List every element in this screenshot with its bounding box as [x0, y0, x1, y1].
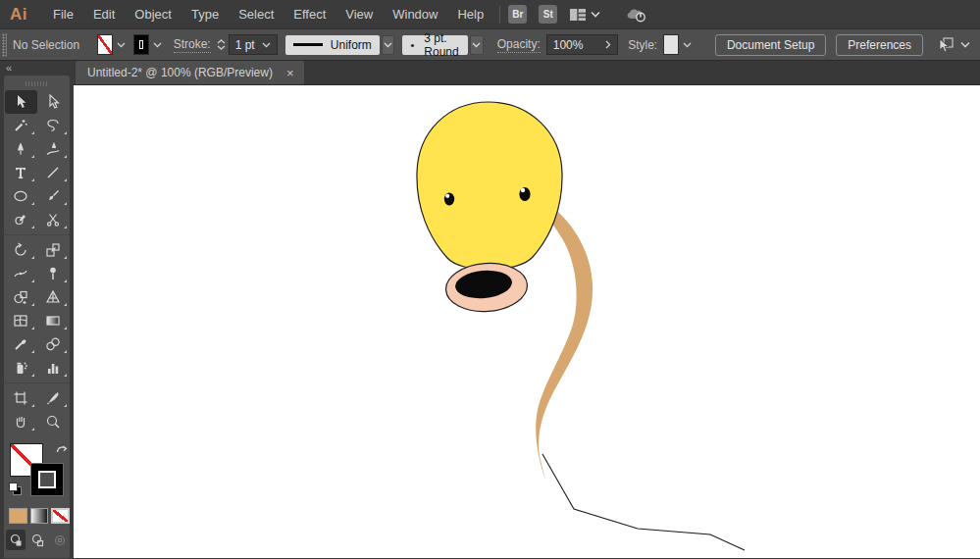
eyedropper-tool[interactable] — [5, 332, 37, 356]
fill-color-chevron-icon[interactable] — [117, 42, 126, 48]
shaper-tool[interactable] — [5, 208, 37, 231]
menu-type[interactable]: Type — [181, 2, 229, 26]
opacity-field[interactable]: 100% — [546, 34, 618, 55]
style-label: Style: — [628, 38, 657, 52]
rotate-tool[interactable] — [5, 238, 37, 262]
gpu-performance-icon — [626, 6, 649, 24]
artwork — [74, 85, 980, 558]
main-menu: File Edit Object Type Select Effect View… — [43, 2, 493, 26]
style-swatch[interactable] — [663, 34, 679, 55]
tool-options-button[interactable] — [935, 36, 970, 54]
magic-wand-tool[interactable] — [5, 114, 37, 137]
preferences-button[interactable]: Preferences — [836, 34, 923, 56]
puppet-warp-tool[interactable] — [37, 262, 70, 285]
shape-builder-tool[interactable] — [5, 285, 37, 309]
none-button[interactable] — [51, 508, 70, 524]
paintbrush-tool[interactable] — [37, 184, 70, 208]
menu-select[interactable]: Select — [229, 2, 284, 26]
draw-inside-icon — [50, 530, 70, 550]
arrange-documents-icon — [569, 8, 587, 22]
stock-button[interactable]: St — [539, 5, 557, 24]
width-profile-chevron-icon[interactable] — [382, 35, 395, 55]
curvature-tool[interactable] — [37, 137, 70, 161]
menu-bar: Ai File Edit Object Type Select Effect V… — [0, 0, 980, 29]
fill-color-swatch[interactable] — [97, 34, 113, 55]
stroke-color-chevron-icon[interactable] — [153, 42, 162, 48]
stroke-swatch[interactable] — [30, 463, 64, 496]
hand-tool[interactable] — [5, 410, 37, 433]
close-icon[interactable]: × — [286, 67, 294, 79]
fill-stroke-cluster — [4, 443, 70, 506]
menu-effect[interactable]: Effect — [284, 2, 335, 26]
creature-left-eye[interactable] — [444, 193, 454, 206]
gpu-performance-button[interactable] — [626, 6, 649, 24]
tools-panel: « — [0, 61, 74, 558]
stroke-weight-field[interactable]: 1 pt — [229, 34, 278, 55]
column-graph-tool[interactable] — [37, 356, 70, 380]
swap-fill-stroke-icon[interactable] — [55, 444, 69, 457]
draw-normal-icon[interactable] — [6, 530, 26, 550]
draw-behind-icon[interactable] — [27, 530, 47, 550]
symbol-sprayer-tool[interactable] — [5, 356, 37, 380]
brush-definition-chevron-icon[interactable] — [470, 35, 484, 55]
creature-head[interactable] — [417, 102, 562, 270]
document-tab[interactable]: Untitled-2* @ 100% (RGB/Preview) × — [76, 61, 304, 84]
menu-object[interactable]: Object — [125, 2, 181, 26]
tools-panel-grip[interactable] — [26, 81, 49, 86]
chevron-down-icon — [960, 41, 970, 48]
stroke-weight-stepper[interactable] — [217, 39, 226, 50]
artboard-tool[interactable] — [5, 386, 37, 410]
menubar-divider — [499, 6, 500, 24]
tool-group-divider — [5, 380, 70, 383]
mesh-tool[interactable] — [5, 309, 37, 332]
document-setup-button[interactable]: Document Setup — [715, 34, 826, 56]
color-button[interactable] — [9, 508, 27, 524]
menu-view[interactable]: View — [335, 2, 383, 26]
width-profile-value: Uniform — [331, 38, 372, 52]
control-bar-grip[interactable] — [2, 33, 7, 57]
menu-help[interactable]: Help — [447, 2, 493, 26]
scale-tool[interactable] — [37, 238, 70, 262]
menu-window[interactable]: Window — [383, 2, 447, 26]
scissors-tool[interactable] — [37, 208, 70, 231]
lasso-tool[interactable] — [37, 114, 70, 137]
type-tool[interactable] — [5, 161, 37, 184]
menu-edit[interactable]: Edit — [83, 2, 125, 26]
arrange-documents-button[interactable] — [569, 8, 600, 22]
artboard-canvas[interactable] — [74, 85, 980, 558]
stroke-weight-value: 1 pt — [235, 38, 262, 52]
gradient-tool[interactable] — [37, 309, 70, 332]
selection-tool[interactable] — [5, 90, 37, 114]
width-tool[interactable] — [5, 262, 37, 285]
app-logo: Ai — [10, 5, 27, 25]
tools-panel-body — [4, 76, 70, 558]
stroke-color-swatch[interactable] — [133, 34, 149, 55]
width-profile-select[interactable]: Uniform — [285, 35, 380, 55]
bridge-button[interactable]: Br — [508, 5, 527, 24]
opacity-label[interactable]: Opacity: — [497, 37, 541, 53]
drawing-modes — [4, 524, 70, 550]
style-chevron-icon[interactable] — [683, 42, 692, 48]
document-tab-title: Untitled-2* @ 100% (RGB/Preview) — [87, 66, 273, 79]
slice-tool[interactable] — [37, 386, 70, 410]
creature-right-eye[interactable] — [519, 187, 530, 201]
ellipse-tool[interactable] — [5, 184, 37, 208]
pen-path-line[interactable] — [542, 454, 745, 550]
default-fill-stroke-icon[interactable] — [9, 483, 22, 495]
brush-definition-value: 3 pt. Round — [424, 31, 460, 59]
perspective-grid-tool[interactable] — [37, 285, 70, 309]
stroke-profile-preview — [293, 43, 323, 46]
color-gradient-none-row — [4, 506, 70, 524]
tools-panel-collapse-button[interactable]: « — [0, 61, 74, 76]
direct-selection-tool[interactable] — [37, 90, 70, 114]
zoom-tool[interactable] — [37, 410, 70, 433]
creature-tail[interactable] — [536, 205, 593, 481]
blend-tool[interactable] — [37, 332, 70, 356]
stroke-label[interactable]: Stroke: — [174, 37, 211, 53]
brush-definition-select[interactable]: • 3 pt. Round — [402, 35, 468, 55]
pen-tool[interactable] — [5, 137, 37, 161]
menu-file[interactable]: File — [43, 2, 83, 26]
line-segment-tool[interactable] — [37, 161, 70, 184]
control-bar: No Selection Stroke: 1 pt Uniform • 3 pt… — [0, 29, 980, 61]
gradient-button[interactable] — [30, 508, 49, 524]
